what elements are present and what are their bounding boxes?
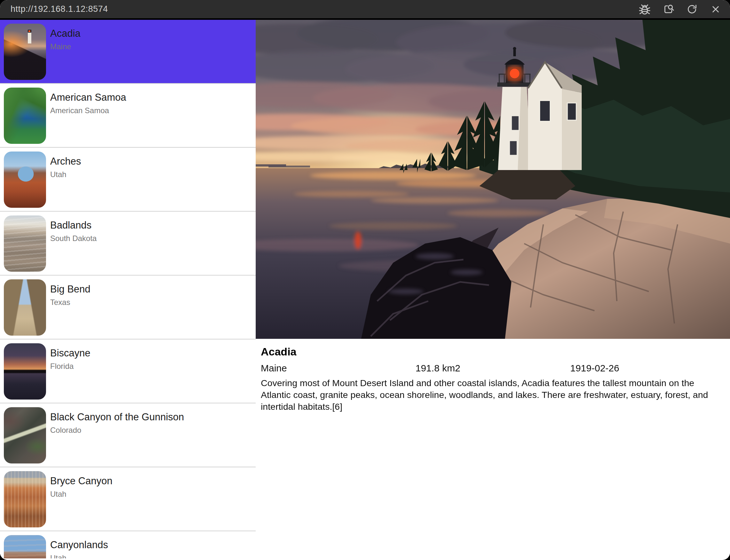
park-thumbnail <box>4 407 46 463</box>
park-thumbnail <box>4 215 46 272</box>
detail-title: Acadia <box>261 345 725 358</box>
park-text: Big Bend Texas <box>50 283 90 307</box>
park-list-item[interactable]: Biscayne Florida <box>0 339 256 403</box>
park-title: Badlands <box>50 219 97 231</box>
detail-meta-row: Maine 191.8 km2 1919-02-26 <box>261 362 725 374</box>
park-title: Bryce Canyon <box>50 475 113 487</box>
park-text: Bryce Canyon Utah <box>50 475 113 499</box>
acadia-lighthouse-photo <box>256 20 730 339</box>
toolbar-icons <box>639 3 722 15</box>
park-text: American Samoa American Samoa <box>50 91 126 115</box>
debug-bug-icon[interactable] <box>639 3 651 15</box>
park-list: Acadia Maine American Samoa American Sam… <box>0 20 256 558</box>
park-text: Acadia Maine <box>50 27 81 51</box>
park-thumbnail <box>4 152 46 208</box>
park-state: Colorado <box>50 425 184 435</box>
park-thumbnail <box>4 535 46 558</box>
park-list-item[interactable]: Arches Utah <box>0 148 256 212</box>
url-bar[interactable]: http://192.168.1.12:8574 <box>11 4 108 14</box>
app-window: http://192.168.1.12:8574 <box>0 0 730 560</box>
detail-established-date: 1919-02-26 <box>570 362 725 374</box>
park-list-item[interactable]: Acadia Maine <box>0 20 256 84</box>
park-list-item[interactable]: Big Bend Texas <box>0 276 256 339</box>
park-state: Florida <box>50 362 90 371</box>
park-text: Biscayne Florida <box>50 347 90 371</box>
park-state: American Samoa <box>50 106 126 115</box>
lighthouse-mini <box>28 30 31 43</box>
park-thumbnail <box>4 279 46 336</box>
detail-pane: Acadia Maine 191.8 km2 1919-02-26 Coveri… <box>256 20 730 558</box>
park-state: Utah <box>50 553 108 558</box>
park-thumbnail <box>4 88 46 144</box>
close-icon[interactable] <box>710 3 722 15</box>
park-title: Black Canyon of the Gunnison <box>50 411 184 423</box>
park-list-item[interactable]: Bryce Canyon Utah <box>0 467 256 531</box>
park-text: Badlands South Dakota <box>50 219 97 243</box>
park-state: Texas <box>50 298 90 307</box>
browser-toolbar: http://192.168.1.12:8574 <box>0 0 730 20</box>
park-list-item[interactable]: Black Canyon of the Gunnison Colorado <box>0 403 256 467</box>
park-text: Arches Utah <box>50 155 81 179</box>
park-title: Arches <box>50 155 81 167</box>
park-list-item[interactable]: American Samoa American Samoa <box>0 84 256 148</box>
park-title: Big Bend <box>50 283 90 295</box>
park-state: Utah <box>50 489 113 499</box>
detail-description: Covering most of Mount Desert Island and… <box>261 377 725 413</box>
content-area: Acadia Maine American Samoa American Sam… <box>0 20 730 558</box>
park-thumbnail <box>4 24 46 80</box>
park-thumbnail <box>4 343 46 400</box>
park-title: Canyonlands <box>50 539 108 551</box>
park-list-item[interactable]: Canyonlands Utah <box>0 531 256 558</box>
park-text: Black Canyon of the Gunnison Colorado <box>50 411 184 435</box>
inspect-element-icon[interactable] <box>662 3 674 15</box>
park-photo <box>256 20 730 339</box>
park-thumbnail <box>4 471 46 527</box>
park-state: Maine <box>50 42 81 51</box>
park-state: South Dakota <box>50 234 97 243</box>
park-text: Canyonlands Utah <box>50 539 108 558</box>
park-details: Acadia Maine 191.8 km2 1919-02-26 Coveri… <box>256 339 730 413</box>
park-title: American Samoa <box>50 91 126 103</box>
park-title: Biscayne <box>50 347 90 359</box>
park-title: Acadia <box>50 27 81 39</box>
detail-state: Maine <box>261 362 415 374</box>
park-state: Utah <box>50 170 81 179</box>
park-list-item[interactable]: Badlands South Dakota <box>0 212 256 276</box>
refresh-icon[interactable] <box>686 3 698 15</box>
detail-area: 191.8 km2 <box>415 362 570 374</box>
